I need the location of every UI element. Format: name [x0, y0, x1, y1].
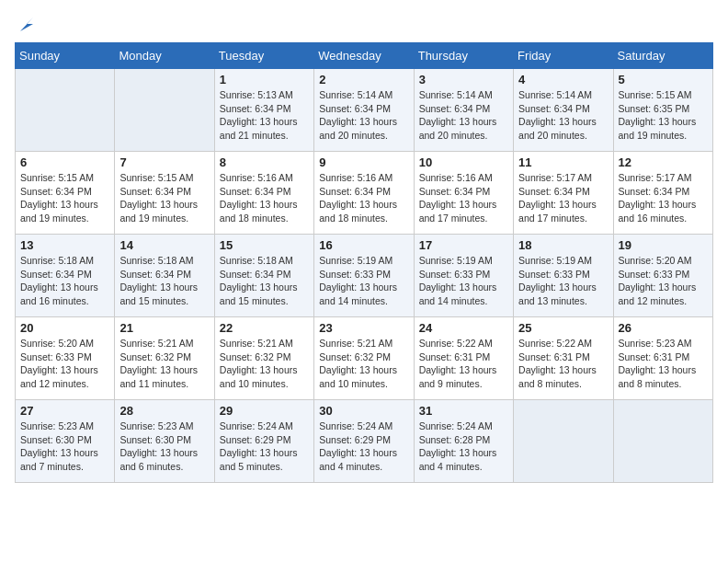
day-info: Sunrise: 5:22 AMSunset: 6:31 PMDaylight:… — [419, 337, 508, 391]
day-info: Sunrise: 5:15 AMSunset: 6:34 PMDaylight:… — [20, 171, 109, 225]
day-info: Sunrise: 5:19 AMSunset: 6:33 PMDaylight:… — [518, 254, 608, 308]
day-info: Sunrise: 5:21 AMSunset: 6:32 PMDaylight:… — [319, 337, 408, 391]
day-number: 28 — [119, 404, 209, 418]
logo — [15, 15, 37, 31]
calendar-cell: 27Sunrise: 5:23 AMSunset: 6:30 PMDayligh… — [16, 400, 115, 483]
header — [15, 15, 713, 31]
day-info: Sunrise: 5:21 AMSunset: 6:32 PMDaylight:… — [119, 337, 209, 391]
day-info: Sunrise: 5:21 AMSunset: 6:32 PMDaylight:… — [220, 337, 309, 391]
day-number: 15 — [220, 238, 309, 252]
day-info: Sunrise: 5:24 AMSunset: 6:29 PMDaylight:… — [319, 419, 408, 474]
svg-marker-0 — [20, 17, 33, 31]
calendar-cell: 30Sunrise: 5:24 AMSunset: 6:29 PMDayligh… — [314, 400, 414, 483]
calendar-cell: 9Sunrise: 5:16 AMSunset: 6:34 PMDaylight… — [314, 152, 414, 235]
calendar-cell: 19Sunrise: 5:20 AMSunset: 6:33 PMDayligh… — [613, 235, 712, 317]
day-number: 13 — [20, 238, 109, 252]
day-number: 24 — [419, 321, 508, 335]
day-number: 26 — [619, 321, 708, 335]
day-info: Sunrise: 5:18 AMSunset: 6:34 PMDaylight:… — [20, 254, 109, 308]
day-info: Sunrise: 5:18 AMSunset: 6:34 PMDaylight:… — [119, 254, 209, 308]
calendar-cell: 2Sunrise: 5:14 AMSunset: 6:34 PMDaylight… — [314, 69, 414, 152]
day-number: 23 — [319, 321, 408, 335]
calendar-week-row: 27Sunrise: 5:23 AMSunset: 6:30 PMDayligh… — [16, 400, 713, 483]
calendar-cell: 28Sunrise: 5:23 AMSunset: 6:30 PMDayligh… — [115, 400, 214, 483]
calendar-cell: 16Sunrise: 5:19 AMSunset: 6:33 PMDayligh… — [314, 235, 414, 317]
calendar-cell: 20Sunrise: 5:20 AMSunset: 6:33 PMDayligh… — [16, 317, 115, 400]
day-number: 4 — [518, 73, 608, 86]
calendar-week-row: 13Sunrise: 5:18 AMSunset: 6:34 PMDayligh… — [16, 235, 713, 317]
calendar-cell: 14Sunrise: 5:18 AMSunset: 6:34 PMDayligh… — [115, 235, 214, 317]
calendar-week-row: 20Sunrise: 5:20 AMSunset: 6:33 PMDayligh… — [16, 317, 713, 400]
day-info: Sunrise: 5:16 AMSunset: 6:34 PMDaylight:… — [220, 171, 309, 225]
day-info: Sunrise: 5:16 AMSunset: 6:34 PMDaylight:… — [319, 171, 408, 225]
calendar-cell: 24Sunrise: 5:22 AMSunset: 6:31 PMDayligh… — [414, 317, 513, 400]
calendar-cell: 26Sunrise: 5:23 AMSunset: 6:31 PMDayligh… — [613, 317, 712, 400]
day-number: 10 — [419, 155, 508, 169]
calendar-cell: 1Sunrise: 5:13 AMSunset: 6:34 PMDaylight… — [214, 69, 313, 152]
calendar-cell: 6Sunrise: 5:15 AMSunset: 6:34 PMDaylight… — [16, 152, 115, 235]
calendar-header-friday: Friday — [514, 43, 613, 69]
day-info: Sunrise: 5:20 AMSunset: 6:33 PMDaylight:… — [619, 254, 708, 308]
calendar-cell: 13Sunrise: 5:18 AMSunset: 6:34 PMDayligh… — [16, 235, 115, 317]
day-info: Sunrise: 5:17 AMSunset: 6:34 PMDaylight:… — [619, 171, 708, 225]
day-info: Sunrise: 5:13 AMSunset: 6:34 PMDaylight:… — [220, 88, 309, 143]
calendar-cell: 29Sunrise: 5:24 AMSunset: 6:29 PMDayligh… — [214, 400, 313, 483]
calendar-table: SundayMondayTuesdayWednesdayThursdayFrid… — [15, 42, 713, 483]
day-number: 20 — [20, 321, 109, 335]
day-info: Sunrise: 5:24 AMSunset: 6:29 PMDaylight:… — [220, 419, 309, 474]
day-info: Sunrise: 5:20 AMSunset: 6:33 PMDaylight:… — [20, 337, 109, 391]
calendar-week-row: 6Sunrise: 5:15 AMSunset: 6:34 PMDaylight… — [16, 152, 713, 235]
calendar-cell: 17Sunrise: 5:19 AMSunset: 6:33 PMDayligh… — [414, 235, 513, 317]
day-info: Sunrise: 5:23 AMSunset: 6:31 PMDaylight:… — [619, 337, 708, 391]
day-number: 5 — [619, 73, 708, 86]
day-info: Sunrise: 5:18 AMSunset: 6:34 PMDaylight:… — [220, 254, 309, 308]
day-number: 19 — [619, 238, 708, 252]
day-number: 3 — [419, 73, 508, 86]
day-number: 30 — [319, 404, 408, 418]
day-number: 12 — [619, 155, 708, 169]
calendar-cell: 31Sunrise: 5:24 AMSunset: 6:28 PMDayligh… — [414, 400, 513, 483]
day-number: 6 — [20, 155, 109, 169]
day-number: 1 — [220, 73, 309, 86]
day-info: Sunrise: 5:22 AMSunset: 6:31 PMDaylight:… — [518, 337, 608, 391]
calendar-cell: 23Sunrise: 5:21 AMSunset: 6:32 PMDayligh… — [314, 317, 414, 400]
calendar-cell: 21Sunrise: 5:21 AMSunset: 6:32 PMDayligh… — [115, 317, 214, 400]
day-number: 7 — [119, 155, 209, 169]
calendar-cell: 8Sunrise: 5:16 AMSunset: 6:34 PMDaylight… — [214, 152, 313, 235]
calendar-cell — [115, 69, 214, 152]
calendar-cell: 18Sunrise: 5:19 AMSunset: 6:33 PMDayligh… — [514, 235, 613, 317]
day-number: 11 — [518, 155, 608, 169]
day-info: Sunrise: 5:14 AMSunset: 6:34 PMDaylight:… — [419, 88, 508, 143]
calendar-header-wednesday: Wednesday — [314, 43, 414, 69]
day-number: 25 — [518, 321, 608, 335]
day-number: 18 — [518, 238, 608, 252]
calendar-cell: 5Sunrise: 5:15 AMSunset: 6:35 PMDaylight… — [613, 69, 712, 152]
logo-icon — [17, 15, 37, 35]
calendar-cell: 12Sunrise: 5:17 AMSunset: 6:34 PMDayligh… — [613, 152, 712, 235]
day-info: Sunrise: 5:23 AMSunset: 6:30 PMDaylight:… — [119, 419, 209, 474]
day-info: Sunrise: 5:14 AMSunset: 6:34 PMDaylight:… — [518, 88, 608, 143]
calendar-header-tuesday: Tuesday — [214, 43, 313, 69]
calendar-header-saturday: Saturday — [613, 43, 712, 69]
day-info: Sunrise: 5:15 AMSunset: 6:34 PMDaylight:… — [119, 171, 209, 225]
day-number: 14 — [119, 238, 209, 252]
day-number: 17 — [419, 238, 508, 252]
day-info: Sunrise: 5:15 AMSunset: 6:35 PMDaylight:… — [619, 88, 708, 143]
calendar-cell: 4Sunrise: 5:14 AMSunset: 6:34 PMDaylight… — [514, 69, 613, 152]
day-info: Sunrise: 5:19 AMSunset: 6:33 PMDaylight:… — [319, 254, 408, 308]
calendar-cell: 22Sunrise: 5:21 AMSunset: 6:32 PMDayligh… — [214, 317, 313, 400]
calendar-header-row: SundayMondayTuesdayWednesdayThursdayFrid… — [16, 43, 713, 69]
calendar-cell: 15Sunrise: 5:18 AMSunset: 6:34 PMDayligh… — [214, 235, 313, 317]
calendar-cell: 25Sunrise: 5:22 AMSunset: 6:31 PMDayligh… — [514, 317, 613, 400]
calendar-header-thursday: Thursday — [414, 43, 513, 69]
day-info: Sunrise: 5:24 AMSunset: 6:28 PMDaylight:… — [419, 419, 508, 474]
day-info: Sunrise: 5:16 AMSunset: 6:34 PMDaylight:… — [419, 171, 508, 225]
day-info: Sunrise: 5:23 AMSunset: 6:30 PMDaylight:… — [20, 419, 109, 474]
calendar-cell — [16, 69, 115, 152]
calendar-cell: 7Sunrise: 5:15 AMSunset: 6:34 PMDaylight… — [115, 152, 214, 235]
day-info: Sunrise: 5:17 AMSunset: 6:34 PMDaylight:… — [518, 171, 608, 225]
calendar-cell: 3Sunrise: 5:14 AMSunset: 6:34 PMDaylight… — [414, 69, 513, 152]
day-info: Sunrise: 5:14 AMSunset: 6:34 PMDaylight:… — [319, 88, 408, 143]
day-number: 16 — [319, 238, 408, 252]
day-number: 21 — [119, 321, 209, 335]
